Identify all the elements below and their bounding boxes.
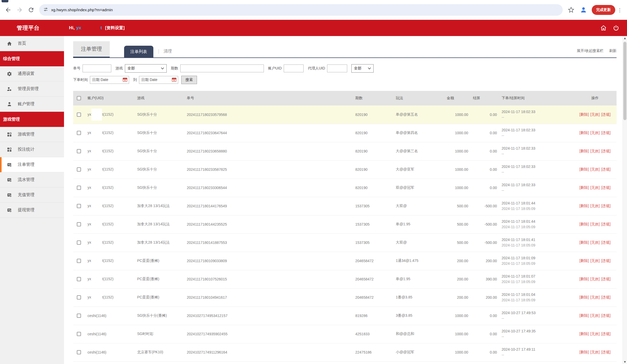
row-checkbox[interactable] — [77, 332, 81, 336]
profile-settings-link[interactable]: [资料设置] — [105, 25, 125, 31]
op-invalid[interactable]: [无效] — [590, 240, 600, 244]
forward-icon[interactable] — [16, 7, 23, 13]
sidebar-item-admin-management[interactable]: 管理员管理 — [0, 81, 64, 97]
op-invalid[interactable]: [无效] — [590, 112, 600, 116]
status-select[interactable]: 全部 — [351, 64, 374, 73]
row-checkbox[interactable] — [77, 113, 81, 117]
op-violation[interactable]: [违规] — [601, 350, 611, 354]
op-delete[interactable]: [删除] — [579, 222, 589, 226]
op-invalid[interactable]: [无效] — [590, 277, 600, 281]
site-settings-icon[interactable] — [43, 7, 48, 13]
op-invalid[interactable]: [无效] — [590, 149, 600, 153]
date-from-input[interactable]: 日期 Date 31 — [90, 76, 129, 84]
op-invalid[interactable]: [无效] — [590, 167, 600, 171]
op-violation[interactable]: [违规] — [601, 149, 611, 153]
sidebar-item-bet-statistics[interactable]: 投注统计 — [0, 142, 64, 157]
row-checkbox[interactable] — [77, 350, 81, 354]
op-delete[interactable]: [删除] — [579, 277, 589, 281]
op-violation[interactable]: [违规] — [601, 259, 611, 263]
row-checkbox[interactable] — [77, 259, 81, 263]
op-violation[interactable]: [违规] — [601, 277, 611, 281]
sidebar-item-order-management[interactable]: 注单管理 — [0, 157, 64, 172]
op-invalid[interactable]: [无效] — [590, 332, 600, 336]
op-invalid[interactable]: [无效] — [590, 259, 600, 263]
game-cell: SG时时彩 — [137, 325, 187, 343]
refresh-link[interactable]: 刷新 — [609, 49, 617, 53]
op-delete[interactable]: [删除] — [579, 149, 589, 153]
row-checkbox[interactable] — [77, 204, 81, 208]
op-delete[interactable]: [删除] — [579, 350, 589, 354]
row-checkbox[interactable] — [77, 295, 81, 300]
reload-icon[interactable] — [28, 7, 34, 13]
row-checkbox[interactable] — [77, 186, 81, 190]
op-violation[interactable]: [违规] — [601, 167, 611, 171]
account-uid-input[interactable] — [284, 64, 304, 72]
agent-uid-input[interactable] — [327, 64, 347, 72]
op-violation[interactable]: [违规] — [601, 332, 611, 336]
sidebar-item-home[interactable]: 首页 — [0, 36, 64, 51]
op-invalid[interactable]: [无效] — [590, 295, 600, 299]
op-delete[interactable]: [删除] — [579, 313, 589, 318]
row-checkbox[interactable] — [77, 277, 81, 281]
sidebar-item-account-management[interactable]: 账户管理 — [0, 97, 64, 112]
logout-power-icon[interactable] — [613, 25, 619, 31]
calendar-icon[interactable]: 31 — [172, 77, 177, 83]
op-violation[interactable]: [违规] — [601, 131, 611, 135]
page-scrollbar[interactable]: ▲ ▼ — [623, 36, 627, 364]
op-delete[interactable]: [删除] — [579, 131, 589, 135]
op-invalid[interactable]: [无效] — [590, 185, 600, 190]
home-icon[interactable] — [600, 25, 607, 31]
order-no-input[interactable] — [83, 64, 111, 72]
op-delete[interactable]: [删除] — [579, 332, 589, 336]
op-delete[interactable]: [删除] — [579, 240, 589, 244]
operations-cell: [删除][无效][违规] — [573, 105, 617, 124]
row-checkbox[interactable] — [77, 314, 81, 318]
bookmark-star-icon[interactable] — [568, 7, 574, 13]
op-violation[interactable]: [违规] — [601, 240, 611, 244]
op-invalid[interactable]: [无效] — [590, 131, 600, 135]
op-violation[interactable]: [违规] — [601, 204, 611, 208]
op-invalid[interactable]: [无效] — [590, 313, 600, 318]
date-to-input[interactable]: 日期 Date 31 — [139, 76, 178, 84]
op-delete[interactable]: [删除] — [579, 167, 589, 171]
tab-order-list[interactable]: 注单列表 — [124, 46, 153, 58]
op-violation[interactable]: [违规] — [601, 222, 611, 226]
op-delete[interactable]: [删除] — [579, 204, 589, 208]
op-violation[interactable]: [违规] — [601, 112, 611, 116]
scroll-down-icon[interactable]: ▼ — [623, 360, 627, 364]
sidebar-item-game-management[interactable]: 游戏管理 — [0, 127, 64, 142]
sidebar-item-withdraw-management[interactable]: 提现管理 — [0, 203, 64, 218]
sidebar-item-flow-management[interactable]: 流水管理 — [0, 172, 64, 187]
toggle-search-link[interactable]: 展开/收起搜索栏 — [577, 49, 603, 53]
row-checkbox[interactable] — [77, 222, 81, 226]
op-violation[interactable]: [违规] — [601, 295, 611, 299]
back-icon[interactable] — [5, 7, 11, 13]
op-delete[interactable]: [删除] — [579, 259, 589, 263]
op-invalid[interactable]: [无效] — [590, 222, 600, 226]
scrollbar-thumb[interactable] — [623, 42, 626, 120]
game-select[interactable]: 全部 — [125, 64, 167, 73]
tab-clean[interactable]: 清理 — [159, 45, 176, 57]
op-delete[interactable]: [删除] — [579, 295, 589, 299]
search-button[interactable]: 搜索 — [181, 76, 197, 84]
op-invalid[interactable]: [无效] — [590, 350, 600, 354]
profile-avatar-icon[interactable] — [580, 6, 587, 13]
op-delete[interactable]: [删除] — [579, 185, 589, 190]
row-checkbox[interactable] — [77, 240, 81, 245]
row-checkbox[interactable] — [77, 149, 81, 153]
calendar-icon[interactable]: 31 — [123, 77, 127, 83]
address-bar[interactable]: xg.hwym.shop/index.php?m=admin — [39, 4, 563, 16]
row-checkbox[interactable] — [77, 131, 81, 135]
op-delete[interactable]: [删除] — [579, 112, 589, 116]
op-violation[interactable]: [违规] — [601, 185, 611, 190]
op-violation[interactable]: [违规] — [601, 313, 611, 318]
chrome-update-button[interactable]: 完成更新 — [592, 5, 615, 15]
row-checkbox[interactable] — [77, 167, 81, 172]
period-input[interactable] — [180, 64, 264, 72]
browser-menu-icon[interactable]: ⋮ — [617, 7, 622, 13]
sidebar-item-general-settings[interactable]: 通用设置 — [0, 66, 64, 81]
sidebar-item-recharge-management[interactable]: 充值管理 — [0, 187, 64, 203]
op-invalid[interactable]: [无效] — [590, 204, 600, 208]
select-all-checkbox[interactable] — [77, 96, 81, 100]
scroll-up-icon[interactable]: ▲ — [623, 36, 627, 40]
